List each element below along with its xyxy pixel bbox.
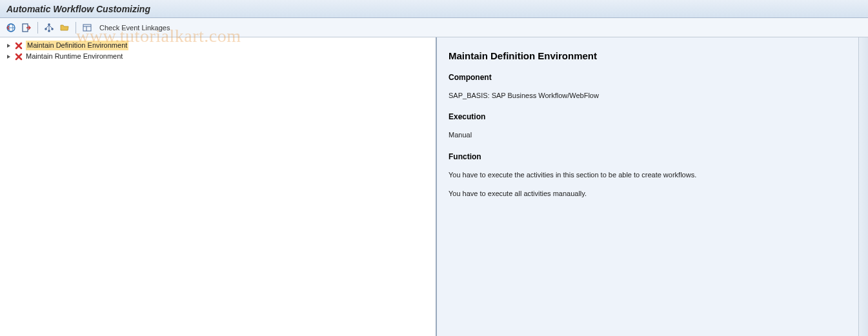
tree-item-maintain-definition[interactable]: Maintain Definition Environment xyxy=(0,40,436,51)
check-event-linkages-button[interactable]: Check Event Linkages xyxy=(96,21,174,35)
separator xyxy=(37,22,38,34)
exit-icon xyxy=(21,23,32,33)
error-icon xyxy=(14,41,23,50)
check-event-linkages-label: Check Event Linkages xyxy=(99,24,170,32)
svg-rect-11 xyxy=(83,25,91,31)
svg-line-10 xyxy=(49,25,52,28)
function-text-2: You have to execute all activities manau… xyxy=(449,189,856,199)
detail-panel: Maintain Definition Environment Componen… xyxy=(436,37,868,336)
folder-button[interactable] xyxy=(57,21,72,35)
main-area: Maintain Definition Environment Maintain… xyxy=(0,37,868,336)
function-heading: Function xyxy=(449,152,856,161)
structure-icon xyxy=(44,23,54,33)
expand-icon[interactable] xyxy=(6,43,12,48)
svg-line-8 xyxy=(46,25,49,28)
error-icon xyxy=(14,52,23,61)
exit-button[interactable] xyxy=(19,21,34,35)
component-heading: Component xyxy=(449,73,856,82)
function-text-1: You have to execute the activities in th… xyxy=(449,170,856,180)
tree-panel: Maintain Definition Environment Maintain… xyxy=(0,37,436,336)
execution-text: Manual xyxy=(449,130,856,140)
expand-icon[interactable] xyxy=(6,54,12,59)
layout-button[interactable] xyxy=(80,21,94,35)
detail-title: Maintain Definition Environment xyxy=(449,50,856,61)
globe-back-icon xyxy=(6,23,16,33)
tree-item-maintain-runtime[interactable]: Maintain Runtime Environment xyxy=(0,51,436,62)
structure-button[interactable] xyxy=(42,21,56,35)
title-bar: Automatic Workflow Customizing xyxy=(0,0,868,18)
tree-item-label: Maintain Runtime Environment xyxy=(26,52,123,61)
page-title: Automatic Workflow Customizing xyxy=(6,4,150,14)
execution-heading: Execution xyxy=(449,112,856,121)
layout-icon xyxy=(82,23,92,33)
tree-item-label: Maintain Definition Environment xyxy=(26,41,128,50)
toolbar: Check Event Linkages xyxy=(0,18,868,37)
separator xyxy=(76,22,76,34)
back-button[interactable] xyxy=(4,21,18,35)
folder-icon xyxy=(59,23,70,33)
component-text: SAP_BASIS: SAP Business Workflow/WebFlow xyxy=(449,91,856,101)
